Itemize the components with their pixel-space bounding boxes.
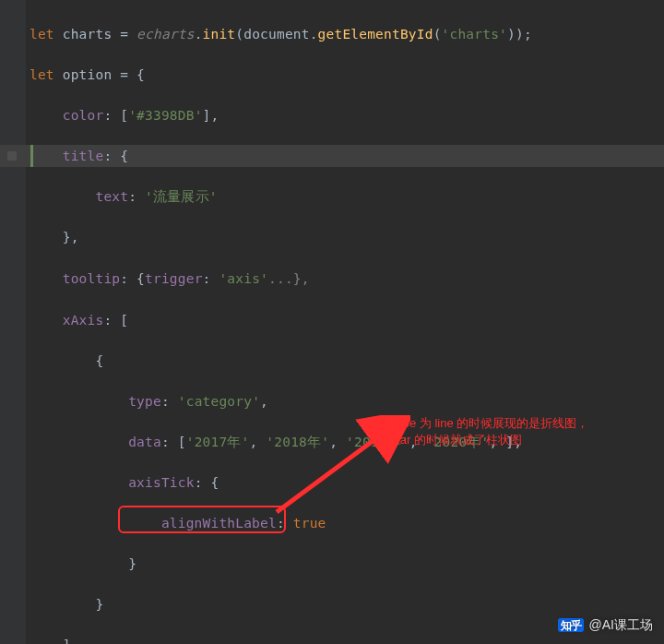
t: 'category' [178,394,260,409]
t: ...}, [268,271,310,286]
t: axisTick [128,475,194,490]
t: { [95,353,103,368]
t: data [128,435,161,449]
t: true [293,516,326,531]
annotation-text: 当 type 为 line 的时候展现的是折线图， 为 bar 的时候就成了柱状… [378,415,588,448]
editor-gutter [0,0,26,644]
t: trigger [145,271,203,286]
t: '2018年' [266,435,329,449]
t: type [128,394,161,409]
t: : [ [103,313,128,328]
t: }, [63,230,79,244]
t: )); [507,27,532,42]
t: : [ [103,108,128,123]
t: echarts [136,27,195,42]
t: xAxis [63,313,104,328]
t: '#3398DB' [128,108,202,123]
t: . [195,27,203,42]
t: 'charts' [442,27,507,42]
t: option = { [54,67,145,82]
t: : { [195,475,219,490]
t: : { [103,149,128,163]
t: } [128,556,136,571]
gutter-mark[interactable] [7,151,17,161]
zhihu-logo-icon: 知乎 [558,618,584,632]
t: title [63,149,104,163]
t: color [63,108,104,123]
t: charts = [54,27,136,42]
annotation-line-1: 当 type 为 line 的时候展现的是折线图， [378,415,588,432]
t: , [249,435,266,449]
t: init [203,27,236,42]
t: : [161,394,178,409]
annotation-line-2: 为 bar 的时候就成了柱状图 [378,432,588,448]
code-area[interactable]: let charts = echarts.init(document.getEl… [30,4,664,644]
watermark: 知乎 @AI课工场 [558,614,653,635]
t: '2017年' [186,435,250,449]
watermark-text: @AI课工场 [589,614,653,635]
t: getElementById [318,27,433,42]
t: : [128,189,145,204]
t: ( [433,27,442,42]
t: let [30,27,54,42]
t: tooltip [63,271,121,286]
t: : [203,271,219,286]
t: (document. [235,27,317,42]
t: , [260,394,268,409]
t: ], [203,108,219,123]
t: : { [120,271,145,286]
annotation-box [118,506,286,533]
t: '流量展示' [145,189,218,204]
t: text [95,189,128,204]
t: } [95,597,103,612]
t: : [ [161,435,186,449]
t: ], [63,638,79,644]
t: 'axis' [219,271,268,286]
t: , [329,435,346,449]
t: let [30,67,54,82]
